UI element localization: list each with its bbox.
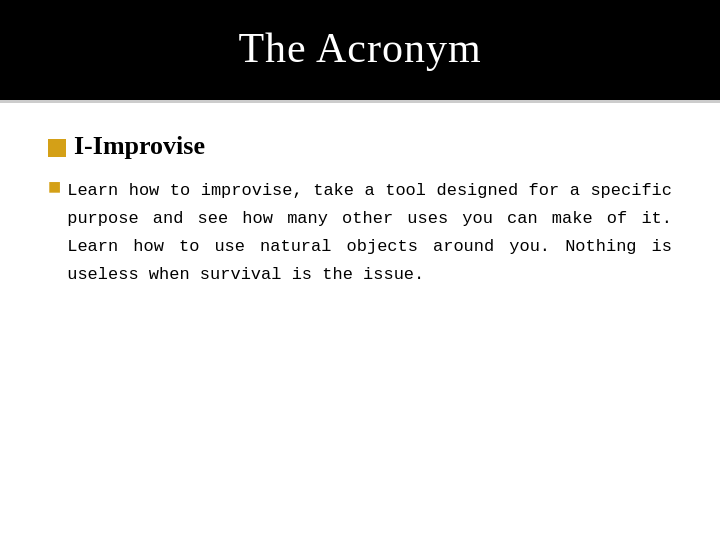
header-bar: The Acronym (0, 0, 720, 100)
slide-title: The Acronym (238, 24, 481, 72)
body-bullet: ■ Learn how to improvise, take a tool de… (48, 177, 672, 289)
body-paragraph: Learn how to improvise, take a tool desi… (67, 177, 672, 289)
bullet-square-icon (48, 139, 66, 157)
content-area: I-Improvise ■ Learn how to improvise, ta… (0, 103, 720, 540)
slide-container: The Acronym I-Improvise ■ Learn how to i… (0, 0, 720, 540)
body-bullet-marker-icon: ■ (48, 176, 61, 201)
section-heading: I-Improvise (48, 131, 672, 161)
section-title: I-Improvise (74, 131, 205, 161)
